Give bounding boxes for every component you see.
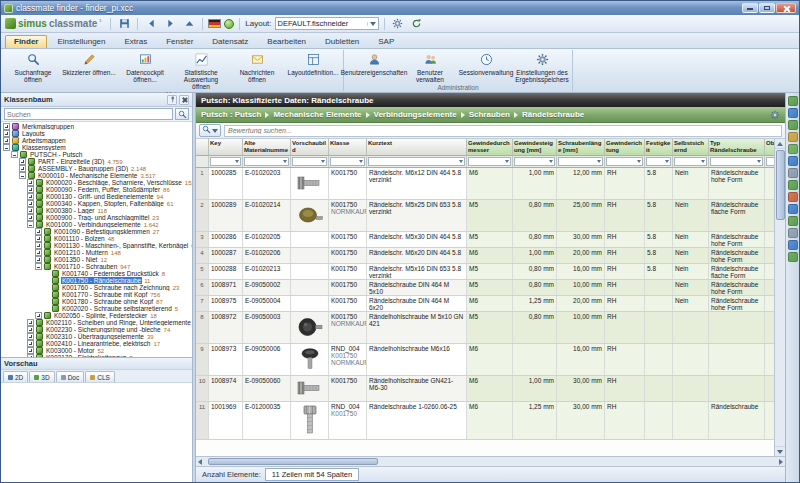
expand-icon[interactable] xyxy=(27,193,34,200)
tab-datensatz[interactable]: Datensatz xyxy=(203,35,257,48)
tree-item-assembly-baugruppen-3d[interactable]: ASSEMBLY - Baugruppen (3D)2.148 xyxy=(1,165,192,172)
tree-item-k001750-randelschraube[interactable]: K001750 - Rändelschraube11 xyxy=(1,277,192,284)
breadcrumb-item-putsch-putsch[interactable]: Putsch : Putsch xyxy=(201,110,261,119)
column-header-schraubenlange-mm[interactable]: Schraubenlänge [mm] xyxy=(557,139,605,156)
dock-icon[interactable] xyxy=(788,228,798,238)
german-flag-icon[interactable] xyxy=(208,19,221,28)
search-icon[interactable] xyxy=(175,108,189,120)
breadcrumb-item-schrauben[interactable]: Schrauben xyxy=(469,110,510,119)
tree-item-k000090-federn-puffer-stossdampf[interactable]: K000090 - Federn, Puffer, Stoßdämpfer86 xyxy=(1,186,192,193)
column-header-klasse[interactable]: Klasse xyxy=(329,139,367,156)
tree-item-k001000-verbindungselemente[interactable]: K001000 - Verbindungselemente1.642 xyxy=(1,221,192,228)
column-filter-dropdown[interactable] xyxy=(710,157,763,166)
tab-dubletten[interactable]: Dubletten xyxy=(316,35,368,48)
vertical-scrollbar[interactable] xyxy=(774,139,785,456)
collapse-icon[interactable] xyxy=(11,151,18,158)
ribbon-button-layoutdefinition[interactable]: Layoutdefinition... xyxy=(285,50,341,91)
column-header-gewinderichtung[interactable]: Gewinderichtung xyxy=(605,139,645,156)
collapse-icon[interactable] xyxy=(19,172,26,179)
preview-tab-doc[interactable]: Doc xyxy=(56,371,85,382)
expand-icon[interactable] xyxy=(27,207,34,214)
expand-icon[interactable] xyxy=(35,312,42,319)
ribbon-button-benutzer-verwalten[interactable]: Benutzer verwalten xyxy=(402,50,458,84)
up-button[interactable] xyxy=(181,17,197,31)
close-panel-icon[interactable] xyxy=(179,95,189,105)
column-header-festigkeit[interactable]: Festigkeit xyxy=(645,139,673,156)
expand-icon[interactable] xyxy=(35,256,42,263)
tree-item-k000900-trag-und-anschlagmittel[interactable]: K000900 - Trag- und Anschlagmittel23 xyxy=(1,214,192,221)
ribbon-button-skizzierer-offnen[interactable]: Skizzierer öffnen... xyxy=(61,50,117,91)
dock-icon[interactable] xyxy=(788,204,798,214)
expand-icon[interactable] xyxy=(35,228,42,235)
tree-item-k002410-linearantriebe-elektrisc[interactable]: K002410 - Linearantriebe, elektrisch17 xyxy=(1,340,192,347)
forward-button[interactable] xyxy=(162,17,178,31)
scroll-left-icon[interactable] xyxy=(198,459,202,465)
tree-search-input[interactable] xyxy=(4,108,173,120)
column-filter-dropdown[interactable] xyxy=(468,157,511,166)
refresh-button[interactable] xyxy=(409,17,425,31)
expand-icon[interactable] xyxy=(35,242,42,249)
minimize-button[interactable] xyxy=(742,3,758,13)
dock-icon[interactable] xyxy=(788,180,798,190)
expand-icon[interactable] xyxy=(27,186,34,193)
dock-icon[interactable] xyxy=(788,108,798,118)
collapse-icon[interactable] xyxy=(35,263,42,270)
column-header-selbstsichernd[interactable]: Selbstsichernd xyxy=(673,139,709,156)
tree-item-k002310-ubertragungselemente[interactable]: K002310 - Übertragungselemente39 xyxy=(1,333,192,340)
tab-bearbeiten[interactable]: Bearbeiten xyxy=(258,35,315,48)
tab-einstellungen[interactable]: Einstellungen xyxy=(48,35,114,48)
expand-icon[interactable] xyxy=(3,130,10,137)
collapse-icon[interactable] xyxy=(27,221,34,228)
ribbon-button-datencockpit-offnen[interactable]: Datencockpit öffnen... xyxy=(117,50,173,91)
tree-item-k001760-schraube-nach-zeichnung[interactable]: K001760 - Schraube nach Zeichnung23 xyxy=(1,284,192,291)
tree-item-k001110-bolzen[interactable]: K001110 - Bolzen48 xyxy=(1,235,192,242)
table-row[interactable]: 111001969E-01200035RND_004K001750Rändels… xyxy=(196,402,774,440)
tree-item-k000010-mechanische-elemente[interactable]: K000010 - Mechanische Elemente3.517 xyxy=(1,172,192,179)
collapse-icon[interactable] xyxy=(3,144,10,151)
dock-icon[interactable] xyxy=(788,120,798,130)
column-filter-dropdown[interactable] xyxy=(558,157,603,166)
ribbon-button-benutzereigenschaften[interactable]: Benutzereigenschaften xyxy=(346,50,402,84)
tree-item-k001210-muttern[interactable]: K001210 - Muttern148 xyxy=(1,249,192,256)
dock-icon[interactable] xyxy=(788,132,798,142)
tree-item-k001770-schraube-mit-kopf[interactable]: K001770 - Schraube mit Kopf756 xyxy=(1,291,192,298)
expand-icon[interactable] xyxy=(3,123,10,130)
column-header-gewindesteigung-mm[interactable]: Gewindesteigung [mm] xyxy=(513,139,557,156)
breadcrumb-item-randelschraube[interactable]: Rändelschraube xyxy=(522,110,584,119)
expand-icon[interactable] xyxy=(27,200,34,207)
tree-item-k000340-kappen-stopfen-faltenbal[interactable]: K000340 - Kappen, Stopfen, Faltenbälge61 xyxy=(1,200,192,207)
tree-item-k002110-scheiben-und-ringe-unter[interactable]: K002110 - Scheiben und Ringe, Unterlegel… xyxy=(1,319,192,326)
tree-item-k000130-griff-und-bedienelemente[interactable]: K000130 - Griff- und Bedienelemente94 xyxy=(1,193,192,200)
tree-item-k001130-maschinen-spannstifte-ke[interactable]: K001130 - Maschinen-, Spannstifte, Kerbn… xyxy=(1,242,192,249)
tree-item-k003000-motor[interactable]: K003000 - Motor52 xyxy=(1,347,192,354)
maximize-button[interactable] xyxy=(759,3,775,13)
breadcrumb-settings-icon[interactable] xyxy=(770,110,780,120)
preview-tab-2d[interactable]: 2D xyxy=(3,371,28,382)
ribbon-button-sessionverwaltung[interactable]: Sessionverwaltung xyxy=(458,50,514,84)
tree-item-k000020-beschlage-scharniere-ver[interactable]: K000020 - Beschläge, Scharniere, Verschl… xyxy=(1,179,192,186)
expand-icon[interactable] xyxy=(27,214,34,221)
tree-item-k002020-schraube-selbstarretiere[interactable]: K002020 - Schraube selbstarretierend5 xyxy=(1,305,192,312)
dock-icon[interactable] xyxy=(788,96,798,106)
column-filter-dropdown[interactable] xyxy=(330,157,365,166)
table-row[interactable]: 91008973E-09050006RND_004K001750NORMKAUF… xyxy=(196,344,774,376)
preview-tab-cls[interactable]: CLS xyxy=(85,371,115,382)
preview-tab-3d[interactable]: 3D xyxy=(29,371,54,382)
tree-item-k001090-befestigungsklemmen[interactable]: K001090 - Befestigungsklemmen27 xyxy=(1,228,192,235)
dock-icon[interactable] xyxy=(788,240,798,250)
table-row[interactable]: 31000286E-01020205K001750Rändelschr. M5x… xyxy=(196,232,774,248)
tab-fenster[interactable]: Fenster xyxy=(157,35,202,48)
table-row[interactable]: 21000289E-01020214K001750NORMKAUFRändels… xyxy=(196,200,774,232)
tab-finder[interactable]: Finder xyxy=(5,35,47,48)
column-filter-dropdown[interactable] xyxy=(514,157,555,166)
expand-icon[interactable] xyxy=(27,354,34,357)
tree-item-k001780-schraube-ohne-kopf[interactable]: K001780 - Schraube ohne Kopf87 xyxy=(1,298,192,305)
tab-extras[interactable]: Extras xyxy=(116,35,157,48)
column-filter-dropdown[interactable] xyxy=(210,157,241,166)
expand-icon[interactable] xyxy=(3,137,10,144)
column-filter-dropdown[interactable] xyxy=(606,157,643,166)
tree-item-k001350-niet[interactable]: K001350 - Niet12 xyxy=(1,256,192,263)
tree-item-klassensystem[interactable]: Klassensystem xyxy=(1,144,192,151)
column-filter-dropdown[interactable] xyxy=(766,157,774,166)
expand-icon[interactable] xyxy=(27,333,34,340)
